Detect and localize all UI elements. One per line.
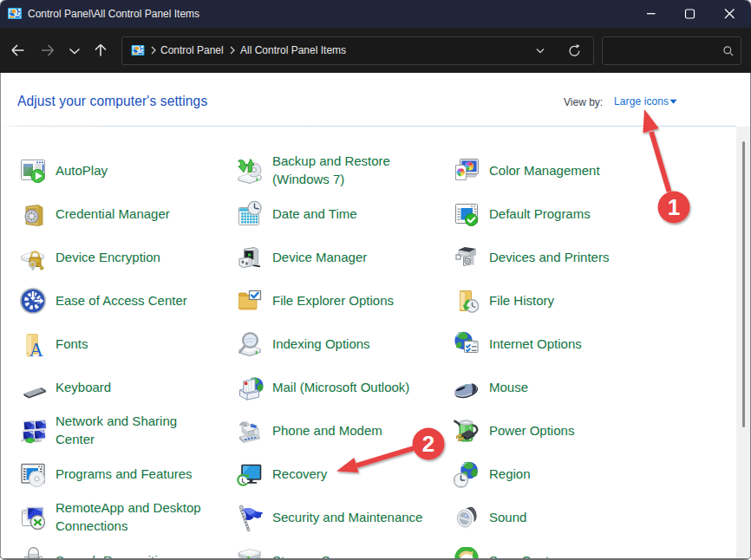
svg-text:A: A bbox=[29, 339, 44, 358]
